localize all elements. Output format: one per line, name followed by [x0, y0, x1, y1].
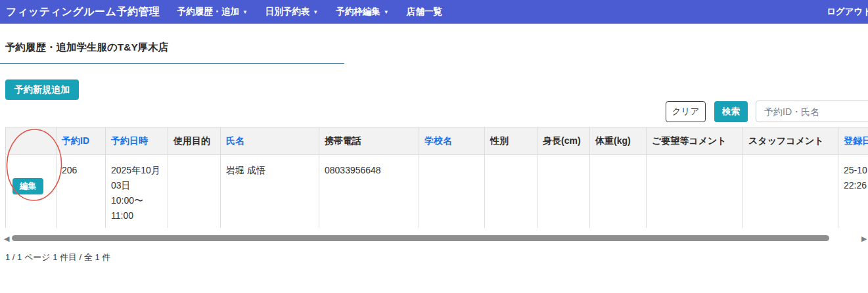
- col-header-phone: 携帯電話: [319, 127, 419, 155]
- nav-item-label: 予約履歴・追加: [177, 6, 239, 18]
- cell-staff-comment: [743, 155, 838, 229]
- edit-button[interactable]: 編集: [12, 178, 43, 194]
- cell-phone: 08033956648: [319, 155, 419, 229]
- app-brand[interactable]: フィッティングルーム予約管理: [6, 5, 160, 19]
- nav-item-store-list[interactable]: 店舗一覧: [407, 6, 442, 18]
- cell-gender: [485, 155, 537, 229]
- cell-height: [537, 155, 590, 229]
- horizontal-scrollbar-thumb[interactable]: [12, 235, 829, 241]
- cell-actions: 編集: [6, 155, 57, 229]
- cell-weight: [590, 155, 647, 229]
- col-header-registered[interactable]: 登録日時: [838, 127, 868, 155]
- page-title-section: 予約履歴・追加学生服のT&Y厚木店: [0, 39, 344, 64]
- chevron-down-icon: ▼: [242, 9, 248, 15]
- col-header-datetime[interactable]: 予約日時: [106, 127, 168, 155]
- nav-item-label: 予約枠編集: [336, 6, 380, 18]
- cell-reservation-id: 206: [57, 155, 106, 229]
- chevron-down-icon: ▼: [384, 9, 389, 15]
- col-header-height: 身長(cm): [537, 127, 590, 155]
- nav-item-label: 店舗一覧: [407, 6, 442, 18]
- nav-item-label: 日別予約表: [265, 6, 310, 18]
- col-header-staff-comment: スタッフコメント: [743, 127, 838, 155]
- scroll-left-icon[interactable]: ◀: [4, 234, 9, 243]
- search-input[interactable]: [756, 101, 868, 122]
- cell-customer-comment: [647, 155, 743, 229]
- cell-purpose: [168, 155, 221, 229]
- add-reservation-button[interactable]: 予約新規追加: [5, 79, 79, 100]
- col-header-actions: [6, 127, 57, 155]
- top-navbar: フィッティングルーム予約管理 予約履歴・追加 ▼ 日別予約表 ▼ 予約枠編集 ▼…: [0, 0, 868, 24]
- col-header-purpose: 使用目的: [168, 127, 221, 155]
- search-button[interactable]: 検索: [714, 101, 748, 122]
- table-row: 編集 206 2025年10月 03日 10:00〜 11:00 岩堀 成悟 0…: [6, 155, 868, 229]
- col-header-weight: 体重(kg): [590, 127, 647, 155]
- cell-name: 岩堀 成悟: [221, 155, 319, 229]
- col-header-gender: 性別: [485, 127, 537, 155]
- clear-button[interactable]: クリア: [666, 101, 706, 122]
- pagination-summary: 1 / 1 ページ 1 件目 / 全 1 件: [5, 252, 110, 263]
- nav-item-daily-schedule[interactable]: 日別予約表 ▼: [265, 6, 318, 18]
- reservation-table-viewport: 予約ID 予約日時 使用目的 氏名 携帯電話 学校名 性別 身長(cm) 体重(…: [5, 127, 868, 228]
- col-header-reservation-id[interactable]: 予約ID: [57, 127, 106, 155]
- chevron-down-icon: ▼: [313, 9, 318, 15]
- logout-link[interactable]: ログアウト: [827, 0, 868, 24]
- reservation-table: 予約ID 予約日時 使用目的 氏名 携帯電話 学校名 性別 身長(cm) 体重(…: [5, 127, 868, 228]
- col-header-customer-comment: ご要望等コメント: [647, 127, 743, 155]
- cell-registered: 25-10 22:26: [838, 155, 868, 229]
- col-header-school[interactable]: 学校名: [419, 127, 485, 155]
- table-header-row: 予約ID 予約日時 使用目的 氏名 携帯電話 学校名 性別 身長(cm) 体重(…: [6, 127, 868, 155]
- scroll-right-icon[interactable]: ▶: [861, 234, 867, 243]
- nav-item-reservation-history[interactable]: 予約履歴・追加 ▼: [177, 6, 247, 18]
- page-title: 予約履歴・追加学生服のT&Y厚木店: [5, 41, 344, 55]
- cell-school: [419, 155, 485, 229]
- nav-item-slot-edit[interactable]: 予約枠編集 ▼: [336, 6, 388, 18]
- col-header-name[interactable]: 氏名: [221, 127, 319, 155]
- cell-datetime: 2025年10月 03日 10:00〜 11:00: [106, 155, 168, 229]
